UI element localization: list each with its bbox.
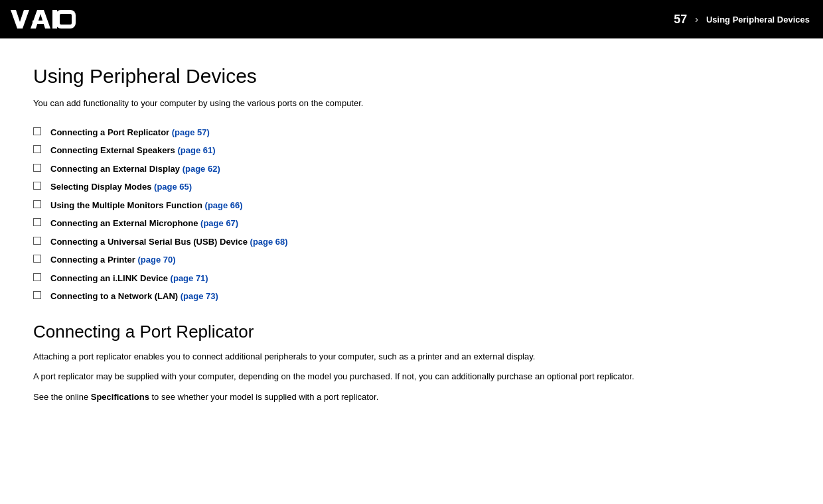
toc-item-label: Selecting Display Modes [50, 180, 151, 194]
checkbox-icon [33, 145, 41, 153]
svg-marker-0 [11, 10, 29, 29]
list-item: Connecting an External Display (page 62) [33, 162, 790, 176]
toc-item-link[interactable]: (page 66) [205, 199, 243, 212]
chevron-icon: › [695, 14, 698, 25]
svg-marker-1 [31, 10, 50, 29]
page-number: 57 [674, 13, 687, 27]
toc-item-link[interactable]: (page 71) [171, 272, 208, 285]
checkbox-icon [33, 200, 41, 208]
header-bar: 57 › Using Peripheral Devices [0, 0, 823, 38]
list-item: Connecting to a Network (LAN) (page 73) [33, 290, 790, 303]
checkbox-icon [33, 237, 41, 245]
list-item: Using the Multiple Monitors Function (pa… [33, 199, 790, 212]
page-title: Using Peripheral Devices [33, 65, 790, 88]
toc-item-link[interactable]: (page 57) [172, 126, 210, 139]
main-content: Using Peripheral Devices You can add fun… [0, 38, 823, 504]
toc-item-label: Connecting an i.LINK Device [50, 272, 168, 285]
toc-item-link[interactable]: (page 65) [154, 180, 192, 194]
vaio-logo-icon [11, 7, 84, 31]
checkbox-icon [33, 218, 41, 226]
toc-item-link[interactable]: (page 62) [183, 162, 220, 176]
checkbox-icon [33, 164, 41, 172]
toc-item-label: Using the Multiple Monitors Function [50, 199, 202, 212]
toc-list: Connecting a Port Replicator (page 57) C… [33, 126, 790, 303]
toc-item-link[interactable]: (page 70) [137, 253, 175, 267]
section-paragraph-1: Attaching a port replicator enables you … [33, 350, 790, 364]
list-item: Connecting a Port Replicator (page 57) [33, 126, 790, 139]
svg-rect-2 [33, 21, 45, 24]
logo-area [11, 7, 84, 31]
checkbox-icon [33, 127, 41, 135]
header-right-area: 57 › Using Peripheral Devices [674, 13, 810, 27]
list-item: Connecting a Printer (page 70) [33, 253, 790, 267]
list-item: Connecting an i.LINK Device (page 71) [33, 272, 790, 285]
toc-item-link[interactable]: (page 61) [177, 144, 215, 157]
toc-item-label: Connecting a Universal Serial Bus (USB) … [50, 235, 248, 249]
toc-item-label: Connecting a Port Replicator [50, 126, 169, 139]
checkbox-icon [33, 182, 41, 190]
specifications-bold: Specifications [91, 392, 149, 402]
section-paragraph-3: See the online Specifications to see whe… [33, 391, 790, 405]
checkbox-icon [33, 291, 41, 299]
toc-item-label: Connecting an External Display [50, 162, 180, 176]
toc-item-label: Connecting to a Network (LAN) [50, 290, 178, 303]
intro-paragraph: You can add functionality to your comput… [33, 97, 790, 110]
toc-item-link[interactable]: (page 68) [250, 235, 288, 249]
toc-item-label: Connecting a Printer [50, 253, 135, 267]
header-section-title: Using Peripheral Devices [706, 15, 810, 25]
list-item: Connecting a Universal Serial Bus (USB) … [33, 235, 790, 249]
list-item: Selecting Display Modes (page 65) [33, 180, 790, 194]
toc-item-label: Connecting External Speakers [50, 144, 175, 157]
checkbox-icon [33, 255, 41, 263]
toc-item-label: Connecting an External Microphone [50, 217, 198, 230]
toc-item-link[interactable]: (page 67) [200, 217, 238, 230]
checkbox-icon [33, 273, 41, 281]
section-title: Connecting a Port Replicator [33, 322, 790, 342]
section-paragraph-2: A port replicator may be supplied with y… [33, 370, 790, 384]
list-item: Connecting External Speakers (page 61) [33, 144, 790, 157]
list-item: Connecting an External Microphone (page … [33, 217, 790, 230]
toc-item-link[interactable]: (page 73) [181, 290, 218, 303]
